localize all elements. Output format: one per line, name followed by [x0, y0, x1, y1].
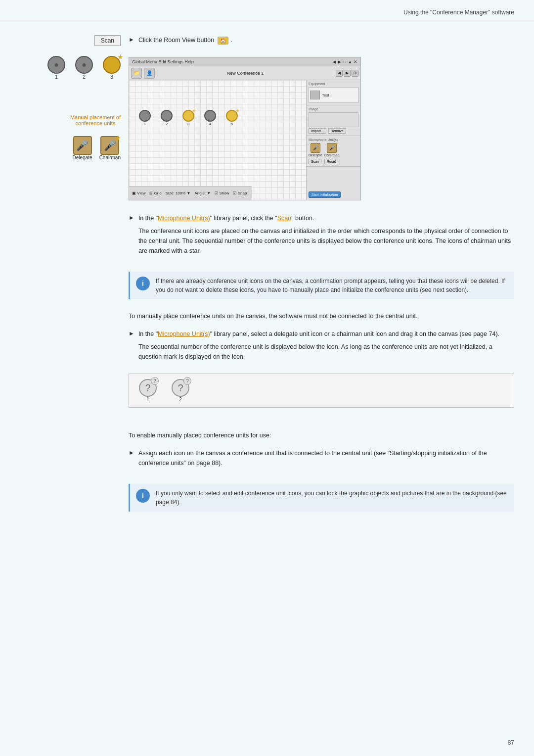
delegate-icon: 🎤	[73, 136, 92, 155]
manual-step-content: In the "Microphone Unit(s)" library pane…	[138, 329, 514, 362]
enable-step-text: Assign each icon on the canvas a confere…	[138, 448, 514, 468]
sw-equip-img	[310, 91, 320, 99]
q-circle-2: ? ?	[172, 379, 189, 397]
sw-angle-label: Angle: ▼	[194, 191, 211, 195]
enable-step-row: ► Assign each icon on the canvas a confe…	[129, 448, 514, 468]
sw-star-3: ★	[192, 108, 196, 113]
enable-intro: To enable manually placed conference uni…	[129, 430, 514, 440]
sw-remove-btn[interactable]: Remove	[328, 128, 346, 134]
delegate-label: Delegate	[73, 155, 92, 160]
sw-reset-btn[interactable]: Reset	[324, 159, 338, 164]
gap-1	[129, 416, 514, 423]
sw-equipment-section: Equipment Test	[307, 80, 360, 105]
sidebar-delegate-row: 🎤 Delegate 🎤 ★ Chairman	[73, 136, 121, 160]
scan-link[interactable]: Scan	[277, 215, 292, 222]
page-number: 87	[508, 739, 514, 746]
sw-start-init-area: Start Initialization	[307, 188, 360, 200]
sw-nav-right[interactable]: ▶	[344, 70, 351, 77]
step2-row: ► In the "Microphone Unit(s)" library pa…	[129, 213, 514, 256]
software-screenshot: Global Menu Edit Settings Help ◀ ▶ ↔ ▲ ✕…	[129, 57, 361, 200]
unit-circle-2: ●	[75, 56, 93, 74]
sw-unit-circle-5: ★	[226, 110, 238, 122]
sw-titlebar-right: ◀ ▶ ↔ ▲ ✕	[333, 59, 357, 64]
sw-chairman-lbl: Chairman	[324, 153, 339, 157]
sw-delegate-lbl: Delegate	[309, 153, 322, 157]
info-box-2: i If you only want to select and edit co…	[129, 484, 514, 512]
sw-canvas: 1 2 ★ 3	[129, 80, 306, 200]
sidebar-units: ● 1 ● 2 ★ 3	[47, 56, 121, 80]
sw-scan-btn[interactable]: Scan	[309, 159, 321, 164]
info-text-2: If you only want to select and edit conf…	[156, 489, 508, 507]
q-unit-num-1: 1	[146, 397, 149, 402]
scan-button[interactable]: Scan	[94, 35, 121, 46]
sw-chairman-item: 🎤 ★ Chairman	[324, 143, 339, 157]
bullet-2: ►	[129, 214, 134, 221]
main-content: ► Click the Room View button 🏠 . Global …	[129, 35, 514, 516]
sw-image-actions: Import... Remove	[309, 128, 358, 134]
sw-equip-details: Test	[322, 93, 357, 97]
info-icon-1: i	[136, 277, 150, 290]
sw-snap-label: ☑ Snap	[233, 191, 247, 195]
page-header: Using the "Conference Manager" software	[0, 0, 534, 20]
sw-delegate-icon: 🎤	[311, 143, 320, 153]
sw-controls: ◀ ▶ ↔ ▲ ✕	[333, 59, 357, 64]
bullet-3: ►	[129, 330, 134, 337]
step2-text: In the "Microphone Unit(s)" library pane…	[138, 213, 514, 223]
sw-nav-controls: ◀ ▶ ⊞	[336, 70, 358, 77]
sw-titlebar-left: Global Menu Edit Settings Help	[132, 59, 194, 64]
chairman-icon: 🎤 ★	[100, 136, 119, 155]
q-circle-1: ? ?	[139, 379, 157, 397]
room-view-icon: 🏠	[218, 37, 228, 45]
step1-text: Click the Room View button 🏠 .	[138, 35, 232, 45]
sw-d-star: ★	[335, 142, 338, 145]
step2-content: In the "Microphone Unit(s)" library pane…	[138, 213, 514, 256]
manual-step-row: ► In the "Microphone Unit(s)" library pa…	[129, 329, 514, 362]
star-icon: ★	[117, 53, 124, 61]
microphone-units-link-2[interactable]: Microphone Unit(s)	[158, 331, 210, 337]
step1-row: ► Click the Room View button 🏠 .	[129, 35, 514, 45]
q-unit-2: ? ? 2	[172, 379, 189, 402]
sw-view-label: ▣ View	[132, 191, 145, 195]
page-content: Scan ● 1 ● 2 ★ 3	[0, 20, 534, 530]
sw-import-btn[interactable]: Import...	[309, 128, 326, 134]
sw-image-placeholder	[309, 112, 358, 127]
sw-start-init-btn[interactable]: Start Initialization	[309, 191, 341, 198]
sw-image-title: Image	[309, 107, 358, 111]
sw-main: 1 2 ★ 3	[129, 80, 360, 200]
sw-canvas-units: 1 2 ★ 3	[139, 110, 238, 126]
sw-toolbar: 📁 👤 New Conference 1 ◀ ▶ ⊞	[129, 66, 360, 80]
sw-canvas-unit-1: 1	[139, 110, 151, 126]
bullet-1: ►	[129, 36, 134, 43]
unit-number-3: 3	[110, 74, 113, 80]
chairman-unit: 🎤 ★ Chairman	[99, 136, 121, 160]
sw-unit-circle-2	[161, 110, 173, 122]
unit-item-3: ★ 3	[103, 56, 121, 80]
sw-unit-circle-4	[204, 110, 216, 122]
sw-bottom-bar: ▣ View ⊞ Grid Size: 100% ▼ Angle: ▼ ☑ Sh…	[129, 186, 252, 200]
sw-show-label: ☑ Show	[215, 191, 229, 195]
sw-microphone-section: Microphone Unit(s) 🎤 Delegate 🎤 ★	[307, 136, 360, 167]
sw-canvas-unit-5: ★ 5	[226, 110, 238, 126]
sw-grid-label: ⊞ Grid	[149, 191, 161, 195]
sw-size-label: Size: 100% ▼	[166, 191, 191, 195]
info-text-1: If there are already conference unit ico…	[156, 277, 508, 294]
sw-canvas-unit-4: 4	[204, 110, 216, 126]
sw-person-icon: 👤	[144, 68, 155, 79]
step2-para: The conference unit icons are placed on …	[138, 226, 514, 256]
unit-number-2: 2	[83, 74, 86, 80]
microphone-units-link-1[interactable]: Microphone Unit(s)	[158, 215, 210, 222]
bullet-4: ►	[129, 449, 134, 456]
q-unit-1: ? ? 1	[139, 379, 157, 402]
unit-item-2: ● 2	[75, 56, 93, 80]
unit-number-1: 1	[55, 74, 58, 80]
left-sidebar: Scan ● 1 ● 2 ★ 3	[15, 35, 129, 516]
manual-placement-label: Manual placement of conference units	[70, 114, 121, 126]
manual-step-para: The sequential number of the conference …	[138, 342, 514, 362]
manual-intro: To manually place conference units on th…	[129, 311, 514, 321]
q-unit-num-2: 2	[179, 397, 182, 402]
sw-canvas-unit-2: 2	[161, 110, 173, 126]
sw-nav-left[interactable]: ◀	[336, 70, 343, 77]
q-badge-2: ?	[183, 377, 191, 385]
sw-grid-btn[interactable]: ⊞	[352, 70, 358, 77]
sw-chairman-d-icon: 🎤 ★	[327, 143, 337, 153]
